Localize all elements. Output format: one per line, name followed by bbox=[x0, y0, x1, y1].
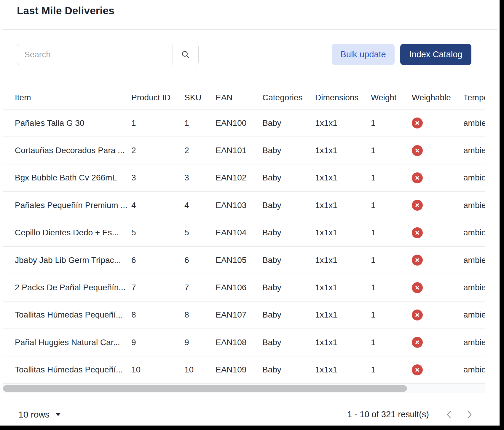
index-catalog-button[interactable]: Index Catalog bbox=[400, 44, 471, 65]
cell-weight: 1 bbox=[371, 228, 412, 237]
column-header-weighable: Weighable bbox=[412, 93, 463, 102]
x-circle-icon bbox=[412, 200, 423, 211]
horizontal-scrollbar-thumb[interactable] bbox=[3, 385, 407, 392]
rows-per-page-selector[interactable]: 10 rows bbox=[18, 410, 61, 420]
cell-temperature: ambient bbox=[463, 338, 485, 347]
cell-dimensions: 1x1x1 bbox=[315, 338, 371, 347]
cell-product-id: 7 bbox=[131, 283, 184, 292]
cell-product-id: 10 bbox=[131, 365, 184, 375]
cell-ean: EAN108 bbox=[216, 338, 262, 347]
cell-product-id: 6 bbox=[131, 256, 184, 265]
cell-sku: 6 bbox=[184, 256, 216, 265]
catalog-table-inner: ItemProduct IDSKUEANCategoriesDimensions… bbox=[3, 86, 485, 384]
cell-weight: 1 bbox=[371, 256, 412, 265]
cell-ean: EAN107 bbox=[216, 310, 262, 320]
cell-weight: 1 bbox=[371, 365, 412, 375]
cell-categories: Baby bbox=[262, 118, 315, 128]
cell-dimensions: 1x1x1 bbox=[315, 256, 371, 265]
column-header-dimensions: Dimensions bbox=[315, 93, 371, 102]
cell-temperature: ambient bbox=[463, 256, 485, 265]
cell-dimensions: 1x1x1 bbox=[315, 118, 371, 128]
horizontal-scrollbar-track[interactable] bbox=[3, 384, 485, 393]
table-row[interactable]: Pañal Huggies Natural Car... 9 9 EAN108 … bbox=[3, 329, 485, 356]
cell-ean: EAN103 bbox=[216, 201, 262, 210]
cell-dimensions: 1x1x1 bbox=[315, 201, 371, 210]
cell-weight: 1 bbox=[371, 146, 412, 155]
cell-categories: Baby bbox=[262, 146, 315, 155]
cell-weighable bbox=[412, 255, 463, 266]
cell-sku: 2 bbox=[184, 146, 216, 155]
cell-sku: 8 bbox=[184, 310, 216, 320]
search-group bbox=[17, 44, 199, 65]
cell-dimensions: 1x1x1 bbox=[315, 365, 371, 375]
cell-product-id: 8 bbox=[131, 310, 184, 320]
cell-ean: EAN109 bbox=[216, 365, 262, 375]
x-circle-icon bbox=[412, 118, 423, 128]
next-page-button[interactable] bbox=[463, 408, 476, 421]
cell-item: Pañales Pequeñín Premium ... bbox=[15, 201, 131, 210]
cell-sku: 4 bbox=[184, 201, 216, 210]
cell-ean: EAN104 bbox=[216, 228, 262, 237]
table-row[interactable]: Toallitas Húmedas Pequeñí... 8 8 EAN107 … bbox=[3, 302, 485, 329]
cell-sku: 10 bbox=[184, 365, 216, 375]
bulk-update-button[interactable]: Bulk update bbox=[332, 44, 395, 65]
cell-weight: 1 bbox=[371, 118, 412, 128]
page: Last Mile Deliveries Bulk update Index C… bbox=[0, 0, 500, 426]
table-body: Pañales Talla G 30 1 1 EAN100 Baby 1x1x1… bbox=[3, 110, 485, 384]
cell-weighable bbox=[412, 118, 463, 128]
cell-item: 2 Packs De Pañal Pequeñín... bbox=[15, 283, 131, 292]
table-row[interactable]: Cepillo Dientes Dedo + Es... 5 5 EAN104 … bbox=[3, 219, 485, 247]
search-input[interactable] bbox=[17, 44, 173, 65]
cell-weight: 1 bbox=[371, 283, 412, 292]
cell-sku: 3 bbox=[184, 173, 216, 183]
cell-sku: 1 bbox=[184, 118, 216, 128]
cell-weighable bbox=[412, 310, 463, 320]
cell-temperature: ambient bbox=[463, 283, 485, 292]
table-row[interactable]: Pañales Talla G 30 1 1 EAN100 Baby 1x1x1… bbox=[3, 110, 485, 137]
table-row[interactable]: Bgx Bubble Bath Cv 266mL 3 3 EAN102 Baby… bbox=[3, 164, 485, 192]
search-button[interactable] bbox=[173, 44, 198, 65]
x-circle-icon bbox=[412, 310, 423, 320]
column-header-item: Item bbox=[15, 93, 131, 102]
catalog-table: ItemProduct IDSKUEANCategoriesDimensions… bbox=[3, 86, 485, 384]
cell-product-id: 3 bbox=[131, 173, 184, 183]
table-row[interactable]: Jbaby Jab Lib Germ Tripac... 6 6 EAN105 … bbox=[3, 247, 485, 274]
cell-product-id: 1 bbox=[131, 118, 184, 128]
cell-item: Cepillo Dientes Dedo + Es... bbox=[15, 228, 131, 237]
cell-weighable bbox=[412, 172, 463, 183]
cell-ean: EAN105 bbox=[216, 256, 262, 265]
cell-weighable bbox=[412, 200, 463, 211]
cell-product-id: 5 bbox=[131, 228, 184, 237]
cell-ean: EAN101 bbox=[216, 146, 262, 155]
cell-sku: 9 bbox=[184, 338, 216, 347]
x-circle-icon bbox=[412, 145, 423, 156]
cell-weighable bbox=[412, 364, 463, 375]
table-row[interactable]: 2 Packs De Pañal Pequeñín... 7 7 EAN106 … bbox=[3, 274, 485, 301]
cell-categories: Baby bbox=[262, 283, 315, 292]
column-header-weight: Weight bbox=[371, 93, 412, 102]
cell-weight: 1 bbox=[371, 173, 412, 183]
cell-weight: 1 bbox=[371, 201, 412, 210]
cell-dimensions: 1x1x1 bbox=[315, 283, 371, 292]
cell-product-id: 2 bbox=[131, 146, 184, 155]
cell-ean: EAN100 bbox=[216, 118, 262, 128]
cell-item: Bgx Bubble Bath Cv 266mL bbox=[15, 173, 131, 183]
table-row[interactable]: Pañales Pequeñín Premium ... 4 4 EAN103 … bbox=[3, 192, 485, 219]
cell-dimensions: 1x1x1 bbox=[315, 173, 371, 183]
cell-temperature: ambient bbox=[463, 146, 485, 155]
cell-item: Toallitas Húmedas Pequeñí... bbox=[15, 310, 131, 320]
cell-dimensions: 1x1x1 bbox=[315, 228, 371, 237]
table-row[interactable]: Cortauñas Decorados Para ... 2 2 EAN101 … bbox=[3, 137, 485, 164]
cell-item: Pañales Talla G 30 bbox=[15, 118, 131, 128]
cell-product-id: 4 bbox=[131, 201, 184, 210]
page-title: Last Mile Deliveries bbox=[17, 5, 500, 17]
table-row[interactable]: Toallitas Húmedas Pequeñí... 10 10 EAN10… bbox=[3, 356, 485, 384]
cell-sku: 7 bbox=[184, 283, 216, 292]
previous-page-button[interactable] bbox=[443, 408, 456, 421]
cell-temperature: ambient bbox=[463, 228, 485, 237]
rows-per-page-label: 10 rows bbox=[18, 410, 50, 420]
cell-weight: 1 bbox=[371, 338, 412, 347]
cell-item: Toallitas Húmedas Pequeñí... bbox=[15, 365, 131, 375]
cell-sku: 5 bbox=[184, 228, 216, 237]
header-divider bbox=[3, 29, 497, 30]
